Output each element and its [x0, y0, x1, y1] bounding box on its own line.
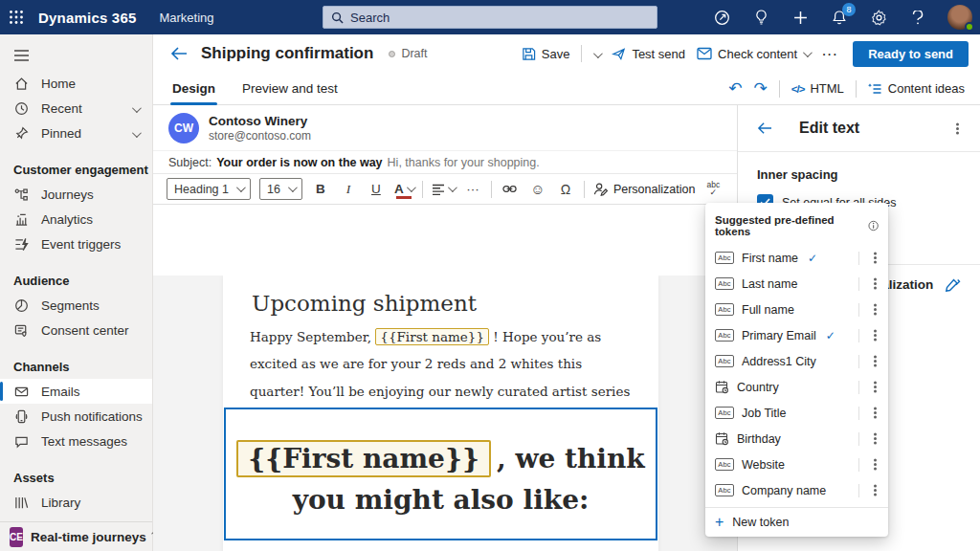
tab-preview-and-test[interactable]: Preview and test [240, 73, 340, 105]
sidebar-item-label: Analytics [41, 212, 152, 227]
sidebar-item-journeys[interactable]: Journeys [0, 182, 152, 207]
area-switcher[interactable]: CE Real-time journeys [0, 521, 152, 551]
sidebar-item-label: Library [41, 496, 152, 510]
more-options-icon[interactable] [874, 282, 877, 285]
sidebar-item-emails[interactable]: Emails [0, 379, 152, 404]
chevron-down-icon[interactable] [132, 101, 139, 116]
more-options-icon[interactable] [874, 437, 877, 440]
link-button[interactable] [501, 178, 520, 201]
undo-button[interactable]: ↶ [728, 80, 742, 97]
left-navigation: Home Recent Pinned Customer engagement J… [0, 34, 153, 551]
email-page[interactable]: Upcoming shipment Happy September, {{Fir… [223, 276, 658, 551]
alignment-button[interactable] [432, 178, 455, 201]
more-options-icon[interactable] [874, 308, 877, 311]
font-color-button[interactable]: A [394, 178, 413, 201]
settings-gear-icon[interactable] [869, 8, 888, 27]
more-options-icon[interactable] [874, 334, 877, 337]
token-item-job-title[interactable]: Abc Job Title [705, 400, 888, 426]
sidebar-item-label: Segments [41, 298, 152, 313]
check-content-button[interactable]: Check content [697, 47, 810, 61]
app-title[interactable]: Dynamics 365 [38, 10, 136, 26]
divider [858, 458, 859, 472]
section-assets: Assets [13, 467, 152, 488]
underline-button[interactable]: U [367, 178, 386, 201]
hamburger-menu-icon[interactable] [13, 46, 33, 65]
help-icon[interactable] [908, 8, 927, 27]
selected-text-block[interactable]: {{First name}}, we think you might also … [224, 408, 657, 540]
spellcheck-button[interactable]: abc ✓ [703, 178, 723, 201]
sidebar-item-label: Emails [41, 385, 152, 399]
token-item-primary-email[interactable]: Abc Primary Email ✓ [705, 322, 888, 348]
sidebar-item-push-notifications[interactable]: Push notifications [0, 404, 152, 429]
notifications-bell-icon[interactable]: 8 [830, 8, 849, 27]
token-item-address1-city[interactable]: Abc Address1 City [705, 348, 888, 374]
chevron-down-icon[interactable] [132, 126, 139, 141]
code-icon: </> [791, 83, 805, 95]
sidebar-item-label: Push notifications [41, 409, 152, 424]
first-name-token-large[interactable]: {{First name}} [236, 440, 491, 477]
sidebar-item-segments[interactable]: Segments [0, 293, 152, 318]
html-view-button[interactable]: </> HTML [791, 81, 844, 96]
emoji-button[interactable]: ☺ [528, 178, 547, 201]
user-avatar[interactable] [947, 5, 972, 30]
quick-launch-icon[interactable] [712, 8, 731, 27]
font-size-select[interactable]: 16 [259, 178, 302, 200]
sidebar-item-text-messages[interactable]: Text messages [0, 429, 152, 453]
token-item-full-name[interactable]: Abc Full name [705, 297, 888, 322]
save-button[interactable]: Save [522, 47, 570, 61]
italic-button[interactable]: I [339, 178, 358, 201]
bold-button[interactable]: B [311, 178, 330, 201]
formatting-toolbar: Heading 1 16 B I U A ··· [153, 174, 737, 205]
special-character-button[interactable]: Ω [556, 178, 575, 201]
more-formatting-button[interactable]: ··· [463, 178, 482, 201]
more-options-icon[interactable] [874, 463, 877, 466]
email-heading[interactable]: Upcoming shipment [252, 291, 630, 316]
token-item-website[interactable]: Abc Website [705, 452, 888, 477]
paragraph-style-select[interactable]: Heading 1 [167, 178, 251, 200]
ready-to-send-button[interactable]: Ready to send [853, 41, 969, 67]
sidebar-item-home[interactable]: Home [0, 71, 152, 96]
more-options-icon[interactable] [874, 386, 877, 388]
save-split-chevron[interactable] [593, 47, 600, 61]
presence-available-icon [965, 22, 974, 32]
more-commands-button[interactable]: ··· [821, 46, 837, 62]
test-send-button[interactable]: Test send [612, 47, 685, 61]
more-options-icon[interactable] [874, 411, 877, 414]
more-options-icon[interactable] [874, 360, 877, 363]
waffle-menu-icon[interactable] [0, 0, 33, 34]
panel-more-options-icon[interactable] [956, 127, 959, 130]
token-item-birthday[interactable]: Birthday [705, 426, 888, 452]
personalization-button[interactable]: Personalization [593, 182, 695, 196]
command-bar: Save Test send Check content ··· Ready t… [522, 41, 969, 67]
subject-row[interactable]: Subject: Your order is now on the way Hi… [153, 151, 737, 174]
app-area-label[interactable]: Marketing [159, 11, 213, 25]
tab-design[interactable]: Design [170, 73, 217, 105]
lightbulb-icon[interactable] [751, 8, 770, 27]
new-token-button[interactable]: + New token [705, 507, 888, 537]
search-input[interactable]: Search [323, 6, 657, 29]
section-customer-engagement: Customer engagement [13, 159, 152, 180]
date-token-icon [715, 380, 729, 394]
advanced-personalization-pen-icon[interactable] [945, 278, 961, 292]
token-item-country[interactable]: Country [705, 374, 888, 400]
more-options-icon[interactable] [874, 489, 877, 492]
content-ideas-button[interactable]: Content ideas [868, 81, 965, 96]
sidebar-item-analytics[interactable]: Analytics [0, 207, 152, 231]
redo-button[interactable]: ↷ [753, 80, 767, 97]
sidebar-item-consent-center[interactable]: Consent center [0, 318, 152, 342]
sidebar-item-recent[interactable]: Recent [0, 96, 152, 121]
sidebar-item-pinned[interactable]: Pinned [0, 121, 152, 145]
first-name-token[interactable]: {{First name}} [375, 328, 489, 345]
add-icon[interactable] [791, 8, 810, 27]
sidebar-item-library[interactable]: Library [0, 490, 152, 515]
token-item-last-name[interactable]: Abc Last name [705, 271, 888, 297]
more-options-icon[interactable] [874, 256, 877, 259]
panel-back-arrow-icon[interactable] [757, 121, 772, 135]
token-item-first-name[interactable]: Abc First name ✓ [705, 245, 888, 271]
token-item-company-name[interactable]: Abc Company name [705, 477, 888, 503]
divider [858, 432, 859, 446]
back-arrow-icon[interactable] [170, 46, 188, 61]
sidebar-item-event-triggers[interactable]: Event triggers [0, 231, 152, 256]
sidebar-item-label: Text messages [41, 434, 152, 449]
consent-center-icon [13, 322, 30, 339]
